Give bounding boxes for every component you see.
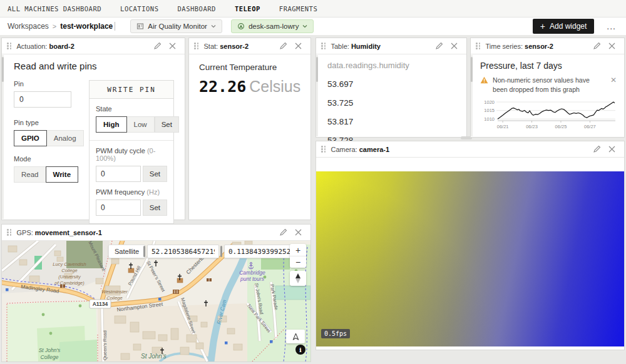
location-select-label: Air Quality Monitor [148,23,207,30]
warning-banner: Non-numeric sensor values have been drop… [480,76,617,94]
breadcrumb-workspaces[interactable]: Workspaces [8,22,49,31]
state-low-button[interactable]: Low [126,116,155,133]
nav-fragments[interactable]: FRAGMENTS [279,5,317,13]
svg-text:06/23: 06/23 [526,124,538,129]
mode-write-button[interactable]: Write [46,166,79,183]
location-icon [136,23,144,30]
state-set-button[interactable]: Set [155,116,179,133]
svg-text:06/21: 06/21 [497,124,509,129]
stat-label: Current Temperature [199,63,300,72]
nav-teleop[interactable]: TELEOP [235,5,260,13]
satellite-toggle-button[interactable]: Satellite [108,245,145,258]
breadcrumb-current-workspace[interactable]: test-workplace [60,22,115,31]
state-high-button[interactable]: High [96,116,127,133]
edit-icon[interactable] [592,144,602,154]
drag-handle-icon[interactable] [194,43,199,49]
table-row: 53.697 [327,79,456,89]
mode-segmented: Read Write [14,166,81,183]
state-label: State [96,105,167,113]
camera-stream: 0.5fps [316,171,624,346]
map-label-college: College [41,354,59,360]
chevron-down-icon [302,24,307,29]
drag-handle-icon[interactable] [7,229,12,236]
longitude-input[interactable] [224,245,294,258]
table-row: 53.817 [327,117,456,126]
mode-read-button[interactable]: Read [14,166,46,183]
scrollbar-vertical[interactable] [316,55,318,136]
top-nav: ALL MACHINES DASHBOARD LOCATIONS DASHBOA… [0,0,626,18]
nav-locations[interactable]: LOCATIONS [120,5,158,13]
stat-unit: Celsius [249,78,300,96]
nav-dashboard[interactable]: DASHBOARD [177,5,215,13]
pwm-duty-input[interactable] [96,166,141,182]
pin-type-segmented: GPIO Analog [14,130,81,146]
more-menu-icon[interactable]: ... [604,21,618,31]
edit-icon[interactable] [152,41,162,51]
map-label-poi: punt tours [240,276,265,282]
edit-icon[interactable] [434,41,444,51]
close-icon[interactable] [607,41,617,51]
svg-text:1010: 1010 [484,116,495,121]
navigation-arrow-icon [292,333,300,341]
breadcrumb-separator: > [53,23,56,30]
scrollbar-vertical[interactable] [2,55,4,219]
route-badge: A1134 [93,301,108,307]
map-label-college: St John's [39,347,61,353]
drag-handle-icon[interactable] [321,146,326,153]
pin-type-gpio-button[interactable]: GPIO [14,130,47,146]
map-zoom-control: + − [290,244,306,268]
warning-icon [480,76,488,84]
machine-select[interactable]: desk-sam-lowry [231,19,314,33]
scrollbar-vertical[interactable] [471,55,473,136]
location-select[interactable]: Air Quality Monitor [130,19,222,33]
pin-input[interactable] [14,91,71,108]
close-icon[interactable] [293,41,303,51]
map-canvas[interactable]: A1134 Madingley Road Mount Pleasant Nort… [2,241,310,361]
write-pin-header: WRITE PIN [90,81,173,99]
nav-all-machines-dashboard[interactable]: ALL MACHINES DASHBOARD [8,5,101,13]
teleop-dashboard: ALL MACHINES DASHBOARD LOCATIONS DASHBOA… [0,0,626,364]
pressure-line-chart: 10101015102006/2106/2306/2506/27 [480,97,617,132]
divider [143,246,145,257]
warning-close-icon[interactable]: ✕ [610,76,617,84]
widget-stat: Stat: sensor-2 Current Temperature 22.26… [188,38,311,220]
widget-timeseries: Time series: sensor-2 Pressure, last 7 d… [470,38,625,138]
drag-handle-icon[interactable] [321,43,326,49]
map-label-college: College [61,268,77,273]
pwm-frequency-label: PWM frequency (Hz) [96,188,167,196]
map-info-button[interactable]: i [295,345,305,355]
divider [220,246,222,257]
pwm-frequency-set-button[interactable]: Set [143,200,167,216]
widget-gps: GPS: movement_sensor-1 [1,224,311,362]
pin-type-label: Pin type [14,119,81,126]
edit-icon[interactable] [278,228,288,238]
close-icon[interactable] [607,144,617,154]
compass-icon [295,273,301,283]
pwm-duty-label: PWM duty cycle (0-100%) [96,147,167,162]
pin-type-analog-button[interactable]: Analog [46,130,84,146]
edit-icon[interactable] [592,41,602,51]
drag-handle-icon[interactable] [476,43,481,49]
latitude-input[interactable] [147,245,219,258]
map-label-college: (University [58,274,81,280]
close-icon[interactable] [293,228,303,238]
drag-handle-icon[interactable] [7,43,12,49]
close-icon[interactable] [449,41,459,51]
machine-icon [237,23,245,30]
widget-actuation: Actuation: board-2 Read and write pins P… [1,38,185,220]
add-widget-button[interactable]: + Add widget [533,19,595,34]
close-icon[interactable] [167,41,177,51]
warning-text: Non-numeric sensor values have been drop… [493,76,604,94]
locate-button[interactable] [286,330,305,343]
zoom-in-button[interactable]: + [290,244,306,256]
edit-icon[interactable] [278,41,288,51]
workspace-toolbar: Workspaces > test-workplace Air Quality … [0,18,626,35]
chart-title: Pressure, last 7 days [480,61,617,71]
compass-button[interactable] [290,271,306,286]
actuation-heading: Read and write pins [14,61,175,71]
svg-text:1020: 1020 [484,99,495,104]
table-column-header: data.readings.humidity [327,61,456,70]
pwm-frequency-input[interactable] [96,200,141,216]
pwm-duty-set-button[interactable]: Set [143,166,167,182]
zoom-out-button[interactable]: − [290,256,306,268]
